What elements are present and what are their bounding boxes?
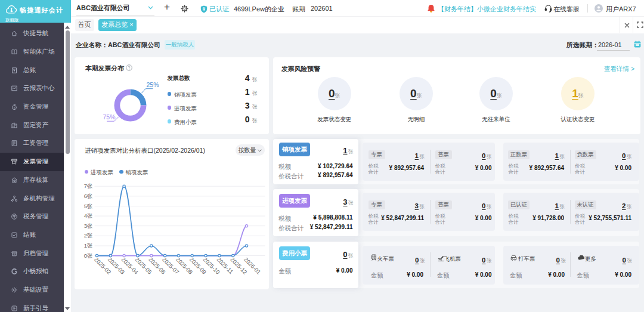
svg-text:5张: 5张 [83,203,92,209]
svg-text:0张: 0张 [83,252,92,259]
svg-text:75%: 75% [103,113,115,121]
svg-text:6张: 6张 [83,193,92,199]
svg-text:3张: 3张 [83,223,92,229]
svg-text:2张: 2张 [83,232,92,239]
svg-text:1张: 1张 [83,242,92,249]
svg-text:7张: 7张 [83,183,92,189]
svg-text:25%: 25% [146,81,159,88]
svg-text:4张: 4张 [83,212,92,219]
